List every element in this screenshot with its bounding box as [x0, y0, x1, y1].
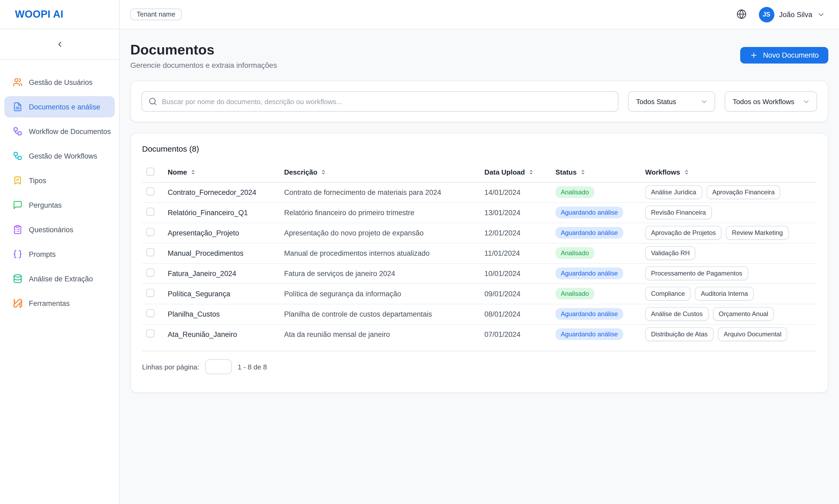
row-checkbox[interactable]	[146, 187, 154, 195]
table-row[interactable]: Contrato_Fornecedor_2024Contrato de forn…	[142, 182, 817, 202]
row-checkbox[interactable]	[146, 208, 154, 216]
page-subtitle: Gerencie documentos e extraia informaçõe…	[130, 61, 277, 69]
column-header[interactable]: Data Upload	[484, 163, 555, 182]
doc-workflows-cell: Revisão Financeira	[645, 202, 817, 223]
search-icon	[148, 97, 157, 106]
workflow-icon	[13, 127, 22, 136]
column-header-label: Nome	[168, 168, 187, 177]
sidebar-item-6[interactable]: Perguntas	[4, 194, 115, 216]
database-icon	[13, 274, 22, 284]
row-checkbox[interactable]	[146, 269, 154, 276]
doc-status-cell: Aguardando análise	[555, 324, 645, 344]
sidebar-collapse-button[interactable]	[52, 37, 67, 52]
doc-workflows-cell: Distribuição de AtasArquivo Documental	[645, 324, 817, 344]
doc-status-cell: Aguardando análise	[555, 223, 645, 243]
sort-icon	[190, 169, 196, 176]
doc-status-cell: Analisado	[555, 284, 645, 304]
pagination-range: 1 - 8 de 8	[238, 363, 267, 371]
sidebar-collapse-strip	[0, 29, 119, 60]
doc-date-cell: 10/01/2024	[484, 263, 555, 284]
status-badge: Analisado	[555, 288, 594, 300]
row-checkbox-cell	[142, 284, 168, 304]
doc-description-cell: Política de segurança da informação	[284, 284, 484, 304]
sidebar-item-7[interactable]: Questionários	[4, 219, 115, 240]
status-filter-value: Todos Status	[636, 97, 676, 105]
new-document-button[interactable]: Novo Documento	[740, 47, 828, 64]
select-all-checkbox[interactable]	[146, 168, 154, 176]
status-filter-select[interactable]: Todos Status	[628, 91, 715, 112]
doc-name-cell: Relatório_Financeiro_Q1	[168, 202, 284, 223]
column-header[interactable]: Descrição	[284, 163, 484, 182]
logo-area: WOOPI AI	[0, 0, 119, 29]
filters-card: Todos Status Todos os Workflows	[130, 80, 828, 122]
workflow-chip: Review Marketing	[726, 226, 789, 240]
workflow-icon	[13, 151, 22, 161]
table-row[interactable]: Planilha_CustosPlanilha de controle de c…	[142, 304, 817, 324]
user-menu[interactable]: JS João Silva	[758, 7, 825, 22]
main-area: Tenant name JS João Silva Documentos Ger…	[120, 0, 839, 504]
sidebar-item-5[interactable]: Tipos	[4, 170, 115, 191]
braces-icon	[13, 249, 22, 259]
column-header-label: Data Upload	[484, 168, 525, 177]
sidebar-item-3[interactable]: Workflow de Documentos	[4, 121, 115, 142]
table-row[interactable]: Ata_Reunião_JaneiroAta da reunião mensal…	[142, 324, 817, 344]
sidebar-item-10[interactable]: Ferramentas	[4, 292, 115, 314]
sidebar-item-9[interactable]: Análise de Extração	[4, 268, 115, 289]
chevron-down-icon	[817, 11, 825, 18]
column-header-label: Workflows	[645, 168, 680, 177]
clipboard-list-icon	[13, 225, 22, 234]
sort-icon	[580, 169, 586, 176]
globe-icon	[736, 9, 747, 19]
table-row[interactable]: Apresentação_ProjetoApresentação do novo…	[142, 223, 817, 243]
page-content: Documentos Gerencie documentos e extraia…	[120, 29, 839, 504]
language-globe-button[interactable]	[736, 9, 747, 20]
row-checkbox-cell	[142, 182, 168, 202]
chevron-down-icon	[700, 97, 708, 105]
user-name: João Silva	[779, 11, 812, 18]
pagination: Linhas por página: 1 - 8 de 8	[142, 351, 817, 374]
search-input[interactable]	[162, 97, 611, 105]
doc-date-cell: 08/01/2024	[484, 304, 555, 324]
sidebar-item-label: Questionários	[29, 226, 73, 234]
row-checkbox[interactable]	[146, 309, 154, 317]
doc-workflows-cell: Análise de CustosOrçamento Anual	[645, 304, 817, 324]
topbar: Tenant name JS João Silva	[120, 0, 839, 29]
tenant-badge[interactable]: Tenant name	[130, 8, 182, 20]
sidebar-item-label: Tipos	[29, 177, 46, 184]
column-header[interactable]: Workflows	[645, 163, 817, 182]
sidebar-item-label: Análise de Extração	[29, 275, 93, 283]
doc-workflows-cell: ComplianceAuditoria Interna	[645, 284, 817, 304]
column-header[interactable]: Nome	[168, 163, 284, 182]
doc-description-cell: Planilha de controle de custos departame…	[284, 304, 484, 324]
workflow-chip: Arquivo Documental	[718, 327, 787, 341]
sidebar-item-8[interactable]: Prompts	[4, 244, 115, 265]
table-row[interactable]: Manual_ProcedimentosManual de procedimen…	[142, 243, 817, 263]
new-document-button-label: Novo Documento	[763, 51, 819, 59]
workflow-chip: Distribuição de Atas	[645, 327, 714, 341]
documents-table: NomeDescriçãoData UploadStatusWorkflows …	[142, 163, 817, 344]
sort-icon	[320, 169, 326, 176]
doc-description-cell: Apresentação do novo projeto de expansão	[284, 223, 484, 243]
workflow-chip: Aprovação Financeira	[706, 185, 780, 199]
row-checkbox[interactable]	[146, 289, 154, 297]
sidebar-item-2[interactable]: Documentos e análise	[4, 96, 115, 118]
table-row[interactable]: Política_SegurançaPolítica de segurança …	[142, 284, 817, 304]
doc-status-cell: Analisado	[555, 243, 645, 263]
workflows-filter-select[interactable]: Todos os Workflows	[725, 91, 817, 112]
brand-logo[interactable]: WOOPI AI	[15, 8, 63, 20]
doc-status-cell: Aguardando análise	[555, 202, 645, 223]
row-checkbox[interactable]	[146, 248, 154, 256]
sidebar-item-1[interactable]: Gestão de Usuários	[4, 72, 115, 93]
table-row[interactable]: Relatório_Financeiro_Q1Relatório finance…	[142, 202, 817, 223]
row-checkbox[interactable]	[146, 330, 154, 338]
row-checkbox[interactable]	[146, 228, 154, 236]
doc-description-cell: Fatura de serviços de janeiro 2024	[284, 263, 484, 284]
workflows-filter-value: Todos os Workflows	[733, 97, 795, 105]
sort-icon	[528, 169, 534, 176]
doc-status-cell: Analisado	[555, 182, 645, 202]
sidebar-item-4[interactable]: Gestão de Workflows	[4, 145, 115, 166]
rows-per-page-input[interactable]	[205, 359, 232, 374]
column-header[interactable]: Status	[555, 163, 645, 182]
doc-workflows-cell: Análise JurídicaAprovação Financeira	[645, 182, 817, 202]
table-row[interactable]: Fatura_Janeiro_2024Fatura de serviços de…	[142, 263, 817, 284]
